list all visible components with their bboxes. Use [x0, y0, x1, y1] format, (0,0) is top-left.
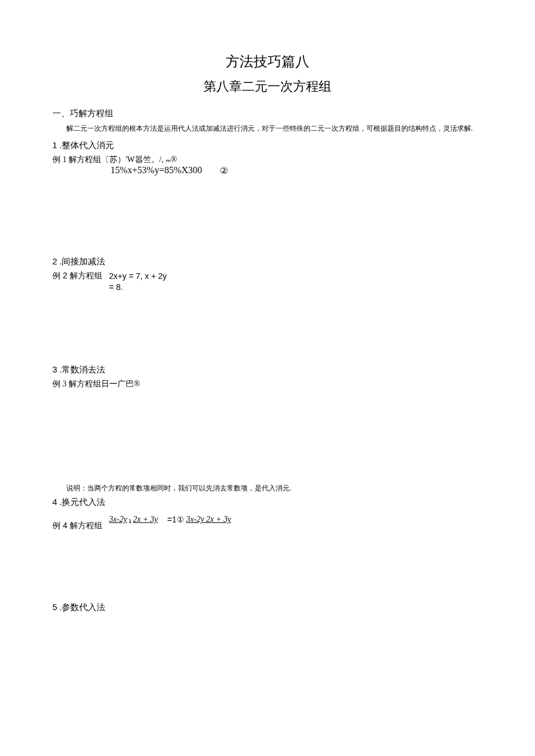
- label-5: .参数代入法: [60, 603, 106, 612]
- example-4-label: 例 4 解方程组: [52, 511, 109, 531]
- frac-1a: 3x-2y: [109, 515, 127, 524]
- num-4: 4: [52, 497, 57, 507]
- num-3: 3: [52, 364, 57, 374]
- label-2: .间接加减法: [60, 257, 106, 266]
- equation-2-block: 2x+y = 7, x + 2y = 8.: [109, 271, 173, 293]
- label-1: .整体代入消元: [60, 141, 115, 150]
- section-intro: 解二元一次方程组的根本方法是运用代人法或加减法进行消元，对于一些特殊的二元一次方…: [52, 123, 483, 135]
- num-2: 2: [52, 256, 57, 266]
- spacer: [52, 296, 483, 360]
- main-title: 方法技巧篇八: [52, 52, 483, 71]
- item3-note: 说明：当两个方程的常数项相同时，我们可以先消去常数项，是代入消元.: [52, 482, 483, 495]
- eq-mark-1-2: ②: [202, 165, 228, 176]
- method-2-heading: 2 .间接加减法: [52, 256, 483, 267]
- method-1-heading: 1 .整体代入消元: [52, 140, 483, 151]
- frac-2: 3x-2y 2x + 3y: [186, 515, 231, 524]
- spacer: [52, 389, 483, 482]
- eq-4-frac-row2: 3x-2y 2x + 3y: [186, 515, 231, 524]
- label-3: .常数消去法: [60, 365, 106, 374]
- example-2-label: 例 2 解方程组: [52, 271, 109, 281]
- equation-4-block: 3x-2y ₁ 2x + 3y =1① 3x-2y 2x + 3y: [109, 511, 231, 525]
- chapter-title: 第八章二元一次方程组: [52, 78, 483, 95]
- section-heading-1: 一、巧解方程组: [52, 108, 483, 119]
- example-2-row: 例 2 解方程组 2x+y = 7, x + 2y = 8.: [52, 271, 483, 293]
- method-4-heading: 4 .换元代入法: [52, 497, 483, 508]
- spacer: [52, 176, 483, 252]
- method-3-heading: 3 .常数消去法: [52, 364, 483, 375]
- spacer: [52, 533, 483, 597]
- frac-sep: ₁: [127, 515, 133, 525]
- num-5: 5: [52, 602, 57, 612]
- frac-1b: 2x + 3y: [133, 515, 158, 524]
- eq-1-2: 15%x+53%y=85%X300: [110, 165, 202, 175]
- label-4: .换元代入法: [60, 497, 106, 507]
- example-1-row: 例 1 解方程组〔苏）'W嚣竺。/, ₘ® 15%x+53%y=85%X300 …: [52, 155, 483, 176]
- num-1: 1: [52, 140, 57, 150]
- method-5-heading: 5 .参数代入法: [52, 602, 483, 613]
- example-1-label: 例 1 解方程组〔苏）'W嚣竺。/, ₘ®: [52, 155, 483, 165]
- eq-4-frac-row: 3x-2y ₁ 2x + 3y =1①: [109, 515, 184, 525]
- example-3-label: 例 3 解方程组日一广巴®: [52, 379, 483, 389]
- document-page: 方法技巧篇八 第八章二元一次方程组 一、巧解方程组 解二元一次方程组的根本方法是…: [0, 0, 535, 640]
- example-4-row: 例 4 解方程组 3x-2y ₁ 2x + 3y =1① 3x-2y 2x + …: [52, 511, 483, 531]
- eq-4-rhs: =1①: [158, 515, 184, 524]
- equation-1-line2: 15%x+53%y=85%X300 ②: [52, 165, 483, 176]
